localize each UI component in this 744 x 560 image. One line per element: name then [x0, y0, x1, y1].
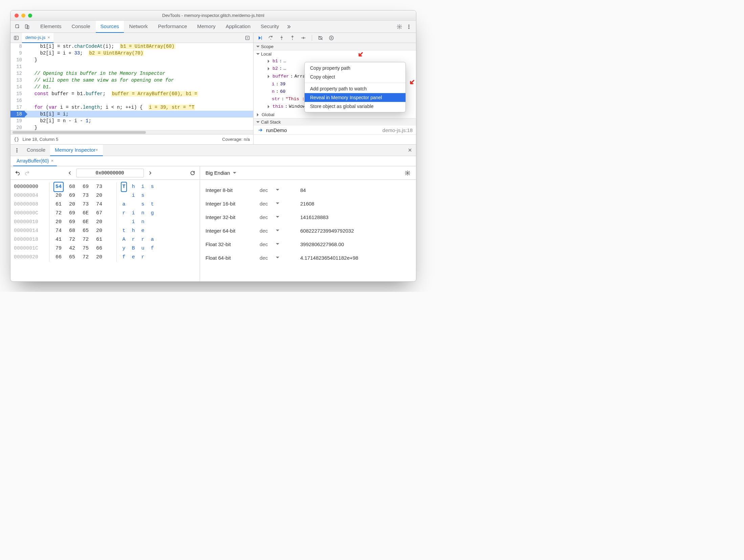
memory-buffer-tab[interactable]: ArrayBuffer(60) × — [13, 156, 57, 166]
format-select[interactable]: dec — [260, 201, 300, 207]
step-icon[interactable] — [300, 35, 306, 41]
hex-row[interactable]: 0000001841727261Arra — [14, 235, 196, 244]
navigator-toggle-icon[interactable] — [12, 34, 21, 42]
run-snippet-icon[interactable] — [243, 34, 252, 42]
more-tabs-icon[interactable] — [284, 22, 293, 31]
code-line[interactable]: 20 } — [10, 124, 253, 130]
format-select[interactable]: dec — [260, 255, 300, 261]
settings-gear-icon[interactable] — [395, 22, 404, 31]
callstack-fn[interactable]: runDemo — [266, 127, 287, 133]
code-line[interactable]: 11 — [10, 63, 253, 70]
format-select[interactable]: dec — [260, 228, 300, 234]
tab-elements[interactable]: Elements — [36, 21, 66, 33]
context-menu-item[interactable]: Copy property path — [305, 64, 406, 72]
code-editor[interactable]: 8 b1[i] = str.charCodeAt(i); b1 = Uint8A… — [10, 43, 253, 130]
code-line[interactable]: 10 } — [10, 57, 253, 63]
context-menu-item[interactable]: Reveal in Memory Inspector panel — [305, 93, 406, 102]
hex-row[interactable]: 0000002066657220fer — [14, 253, 196, 262]
zoom-window-icon[interactable] — [28, 14, 32, 18]
hex-row[interactable]: 0000001020696E20 in — [14, 218, 196, 227]
hex-row[interactable]: 0000000861207374a st — [14, 200, 196, 209]
drawer-tab-memory-inspector[interactable]: Memory Inspector × — [50, 145, 103, 156]
refresh-icon[interactable] — [190, 170, 196, 176]
format-select[interactable]: dec — [260, 241, 300, 247]
scope-section-header[interactable]: Scope — [254, 43, 416, 50]
callstack-section-header[interactable]: Call Stack — [254, 119, 416, 126]
svg-point-12 — [292, 39, 293, 40]
close-window-icon[interactable] — [15, 14, 19, 18]
format-select[interactable]: dec — [260, 187, 300, 193]
tab-network[interactable]: Network — [125, 21, 153, 33]
hex-row[interactable]: 0000001474686520the — [14, 227, 196, 235]
devtools-window: DevTools - memory-inspector.glitch.me/de… — [10, 10, 416, 282]
braces-icon[interactable]: {} — [14, 137, 19, 142]
svg-point-19 — [17, 151, 17, 152]
context-menu-item[interactable]: Store object as global variable — [305, 102, 406, 111]
interpreter-row: Float 32-bitdec3992806227968.00 — [205, 237, 411, 251]
code-line[interactable]: 13 // will open the same view as for ope… — [10, 77, 253, 84]
tab-application[interactable]: Application — [221, 21, 255, 33]
close-tab-icon[interactable]: × — [95, 147, 98, 152]
interpreter-row: Float 64-bitdec4.171482365401182e+98 — [205, 251, 411, 264]
code-line[interactable]: 14 // b1. — [10, 84, 253, 90]
minimize-window-icon[interactable] — [21, 14, 25, 18]
code-line[interactable]: 19 b2[i] = n - i - 1; — [10, 117, 253, 124]
drawer-tab-console[interactable]: Console — [22, 145, 50, 156]
context-menu-item[interactable]: Copy object — [305, 72, 406, 81]
pause-on-exceptions-icon[interactable] — [328, 35, 334, 41]
close-tab-icon[interactable]: × — [47, 35, 50, 40]
window-title: DevTools - memory-inspector.glitch.me/de… — [10, 13, 416, 18]
endianness-select[interactable]: Big Endian — [205, 170, 236, 176]
code-line[interactable]: 18 b1[i] = i; — [10, 111, 253, 117]
address-input[interactable] — [76, 169, 144, 177]
value-interpreter-header: Big Endian — [200, 166, 416, 180]
hex-viewer[interactable]: 0000000054686973This0000000420697320 is … — [10, 180, 200, 281]
tab-performance[interactable]: Performance — [153, 21, 192, 33]
annotation-arrow-icon — [358, 52, 363, 57]
next-page-icon[interactable] — [147, 170, 153, 176]
prev-page-icon[interactable] — [67, 170, 73, 176]
drawer-kebab-icon[interactable] — [13, 146, 21, 155]
hex-row[interactable]: 0000000054686973This — [14, 182, 196, 191]
titlebar: DevTools - memory-inspector.glitch.me/de… — [10, 10, 416, 21]
code-line[interactable]: 16 — [10, 97, 253, 104]
kebab-menu-icon[interactable] — [404, 22, 413, 31]
svg-point-17 — [17, 148, 17, 149]
editor-scrollbar[interactable] — [10, 130, 253, 134]
step-over-icon[interactable] — [268, 35, 274, 41]
callstack-loc: demo-js.js:18 — [382, 127, 413, 133]
memory-nav — [10, 166, 200, 180]
inspect-icon[interactable] — [13, 22, 22, 31]
tab-memory[interactable]: Memory — [193, 21, 220, 33]
value-interpreter: Integer 8-bitdec84Integer 16-bitdec21608… — [200, 180, 416, 281]
code-line[interactable]: 17 for (var i = str.length; i < n; ++i) … — [10, 104, 253, 111]
scope-local-header[interactable]: Local — [254, 50, 416, 58]
hex-row[interactable]: 0000000C72696E67ring — [14, 209, 196, 218]
code-line[interactable]: 9 b2[i] = i + 33; b2 = Uint8Array(70) — [10, 50, 253, 57]
svg-point-11 — [281, 39, 282, 40]
file-tab[interactable]: demo-js.js × — [22, 33, 53, 43]
hex-row[interactable]: 0000001C79427566yBuf — [14, 244, 196, 253]
tab-security[interactable]: Security — [256, 21, 284, 33]
drawer-close-icon[interactable]: × — [408, 146, 412, 154]
undo-icon[interactable] — [15, 170, 21, 176]
hex-row[interactable]: 0000000420697320 is — [14, 191, 196, 200]
step-out-icon[interactable] — [289, 35, 296, 41]
device-icon[interactable] — [23, 22, 31, 31]
resume-icon[interactable] — [257, 35, 263, 41]
memory-inspector-sub-tabbar: ArrayBuffer(60) × — [10, 156, 416, 166]
code-line[interactable]: 8 b1[i] = str.charCodeAt(i); b1 = Uint8A… — [10, 43, 253, 50]
svg-point-5 — [409, 26, 409, 27]
close-tab-icon[interactable]: × — [51, 158, 53, 163]
context-menu-item[interactable]: Add property path to watch — [305, 84, 406, 93]
code-line[interactable]: 12 // Opening this buffer in the Memory … — [10, 70, 253, 77]
value-settings-gear-icon[interactable] — [404, 170, 411, 176]
svg-rect-9 — [261, 36, 262, 40]
format-select[interactable]: dec — [260, 214, 300, 220]
step-into-icon[interactable] — [279, 35, 285, 41]
code-line[interactable]: 15 const buffer = b1.buffer; buffer = Ar… — [10, 90, 253, 97]
callstack-current-icon: ➔ — [258, 127, 263, 133]
tab-console[interactable]: Console — [67, 21, 95, 33]
deactivate-breakpoints-icon[interactable] — [318, 35, 324, 41]
tab-sources[interactable]: Sources — [96, 21, 124, 33]
